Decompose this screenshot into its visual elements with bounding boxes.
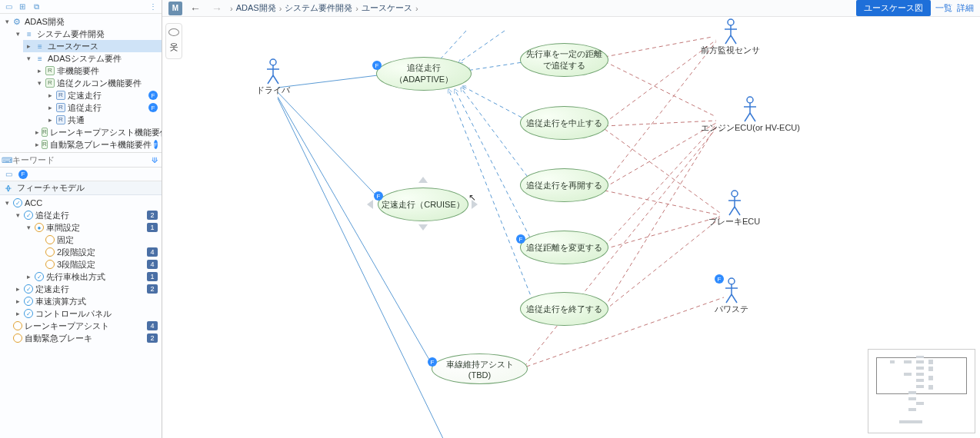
crumb-item[interactable]: ADAS開発 [236, 2, 276, 14]
toolbar-icon[interactable]: ⧉ [31, 2, 42, 12]
feature-item[interactable]: 2段階設定4 [34, 246, 162, 258]
svg-line-6 [466, 61, 528, 71]
feature-item[interactable]: ▸✓先行車検出方式1 [23, 270, 162, 283]
feature-item[interactable]: 自動緊急ブレーキ2 [2, 332, 162, 344]
req-icon: R [45, 78, 55, 88]
svg-line-12 [605, 61, 716, 117]
expand-toggle[interactable]: ▾ [14, 211, 22, 219]
count-badge: 4 [147, 247, 158, 257]
req-icon: R [42, 140, 48, 149]
toolbar-icon[interactable]: ⊞ [17, 2, 28, 12]
selection-handle[interactable] [418, 224, 428, 231]
usecase-change-distance[interactable]: F追従距離を変更する [520, 231, 608, 264]
crumb-item[interactable]: ユースケース [362, 2, 412, 14]
feature-dot-icon: F [154, 140, 158, 149]
expand-toggle[interactable]: ▸ [25, 42, 32, 50]
nav-back-button[interactable]: ← [187, 2, 204, 15]
feature-item[interactable]: ▸✓コントロールパネル [12, 307, 162, 320]
feature-item[interactable]: ▾✓追従走行2 [12, 209, 162, 221]
tree-label: 3段階設定 [57, 259, 95, 270]
tree-item[interactable]: ▾R追従クルコン機能要件 [34, 77, 162, 89]
feature-item[interactable]: ▸✓定速走行2 [12, 283, 162, 295]
usecase-lane-assist[interactable]: F車線維持アシスト(TBD) [432, 353, 528, 384]
svg-line-22 [605, 218, 720, 310]
tree-item[interactable]: ▸R非機能要件 [34, 65, 162, 77]
circle-icon [13, 321, 22, 330]
usecase-label: 追従走行を再開する [526, 180, 602, 191]
req-icon: R [56, 115, 65, 124]
svg-line-18 [605, 191, 720, 215]
tree-label: レーンキープアシスト [25, 320, 109, 332]
expand-toggle[interactable]: ▾ [3, 199, 11, 207]
tree-label: レーンキープアシスト機能要件 [50, 127, 162, 138]
usecase-cruise[interactable]: F定速走行（CRUISE） [378, 187, 468, 221]
tree-label: 定速走行 [68, 90, 102, 101]
feature-item[interactable]: 3段階設定4 [34, 258, 162, 270]
diagram-canvas[interactable]: ドライバ 前方監視センサ エンジンECU(or HV-ECU) ブレーキECU … [162, 17, 980, 438]
selection-handle[interactable] [367, 200, 373, 209]
expand-toggle[interactable]: ▾ [3, 18, 11, 25]
usecase-end-follow[interactable]: 追従走行を終了する [520, 292, 608, 326]
svg-line-17 [605, 123, 716, 187]
svg-line-44 [735, 207, 740, 215]
toolbar-icon[interactable]: ▭ [3, 2, 14, 12]
actor-label: ドライバ [256, 85, 290, 96]
tree-item[interactable]: ▸R追従走行F [45, 101, 162, 114]
feature-item[interactable]: レーンキープアシスト4 [2, 320, 162, 332]
feature-item[interactable]: ▾✓ACC [2, 197, 162, 209]
list-view-button[interactable]: 一覧 [935, 2, 952, 14]
circle-icon [45, 260, 55, 269]
tree-label: 2段階設定 [57, 247, 95, 258]
tree-label: 共通 [68, 114, 85, 126]
feature-dot-icon: F [148, 91, 158, 100]
menu-button[interactable]: M [168, 2, 182, 15]
expand-toggle[interactable]: ▾ [25, 224, 32, 231]
check-icon: ✓ [35, 272, 44, 281]
svg-line-8 [461, 88, 532, 182]
diagram-type-button[interactable]: ユースケース図 [856, 0, 931, 16]
expand-toggle[interactable]: ▾ [25, 55, 32, 62]
expand-toggle[interactable]: ▾ [35, 79, 43, 87]
actor-engine-ecu[interactable]: エンジンECU(or HV-ECU) [701, 96, 800, 134]
toolbar-icon[interactable]: ⋮ [148, 2, 158, 12]
actor-driver[interactable]: ドライバ [256, 58, 290, 96]
nav-forward-button[interactable]: → [208, 2, 225, 15]
feature-tree[interactable]: ▾✓ACC ▾✓追従走行2 ▾●車間設定1 固定 2段階設定4 3段階設定4 [0, 195, 162, 438]
svg-point-25 [270, 59, 276, 65]
usecase-resume-follow[interactable]: 追従走行を再開する [520, 168, 608, 202]
usecase-stop-follow[interactable]: 追従走行を中止する [520, 106, 608, 140]
svg-line-1 [278, 92, 385, 205]
detail-view-button[interactable]: 詳細 [957, 2, 974, 14]
usecase-adaptive[interactable]: F追従走行（ADAPTIVE） [376, 57, 472, 91]
actor-brake-ecu[interactable]: ブレーキECU [708, 190, 760, 227]
tree-item[interactable]: ▸R共通 [45, 114, 162, 126]
actor-forward-sensor[interactable]: 前方監視センサ [701, 18, 760, 56]
usecase-const-distance[interactable]: 先行車を一定の距離で追従する [520, 43, 608, 77]
feature-dot-icon: F [18, 170, 28, 179]
actor-power-steering[interactable]: F パワステ [715, 274, 748, 315]
usecase-label: 先行車を一定の距離で追従する [524, 48, 605, 71]
filter-icon[interactable]: ⟱ [149, 154, 160, 165]
project-tree[interactable]: ▾⚙ADAS開発 ▾≡システム要件開発 ▸≡ユースケース ▾≡ADASシステム要… [0, 14, 162, 152]
crumb-item[interactable]: システム要件開発 [285, 2, 352, 14]
count-badge: 4 [147, 260, 158, 269]
check-icon: ✓ [13, 198, 22, 207]
tree-item[interactable]: ▸R自動緊急ブレーキ機能要件F [34, 138, 162, 151]
tree-label: 固定 [57, 234, 74, 246]
feature-item[interactable]: ▾●車間設定1 [23, 221, 162, 234]
actor-label: パワステ [715, 304, 748, 315]
minimap[interactable] [868, 349, 975, 433]
tree-item[interactable]: ▸Rレーンキープアシスト機能要件F [34, 126, 162, 138]
expand-toggle[interactable]: ▾ [14, 30, 22, 38]
tree-toolbar: ▭ ⊞ ⧉ ⋮ [0, 0, 162, 14]
feature-item[interactable]: ▸✓車速演算方式 [12, 295, 162, 307]
selection-handle[interactable] [418, 177, 428, 183]
req-icon: R [56, 91, 65, 100]
feature-item[interactable]: 固定 [34, 234, 162, 246]
tree-label: 追従走行 [35, 210, 69, 221]
search-input[interactable] [12, 155, 149, 164]
canvas-area: M ← → ›ADAS開発 ›システム要件開発 ›ユースケース › ユースケース… [162, 0, 980, 438]
tree-item-usecase[interactable]: ▸≡ユースケース [23, 40, 162, 52]
tree-item[interactable]: ▸R定速走行F [45, 89, 162, 101]
toolbar-icon[interactable]: ▭ [3, 169, 14, 180]
